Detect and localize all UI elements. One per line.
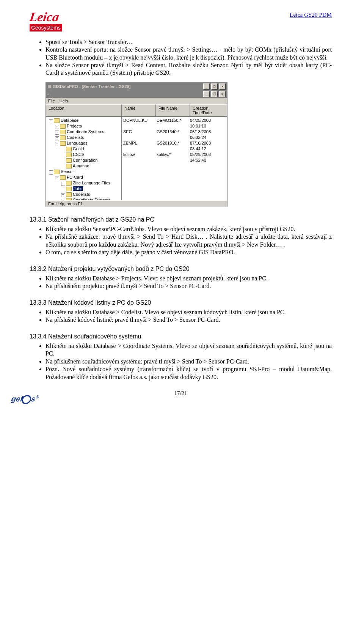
- file-row[interactable]: kulibwkulibw.*05/29/2003 14:52:40: [123, 152, 226, 163]
- leica-logo: Leica Geosystems: [30, 11, 75, 31]
- mdi-minimize-button[interactable]: _: [203, 91, 210, 97]
- window-title: GISDataPRO - [Sensor Transfer - GS20]: [53, 84, 202, 89]
- list-item: Klikněte na složku Database > Codelist. …: [46, 308, 332, 316]
- window-body: -Database+Projects+Coordinate Systems+Co…: [46, 117, 227, 200]
- tree-node[interactable]: -PC-Card: [47, 175, 120, 180]
- tree-node[interactable]: +Coordinate Systems: [47, 197, 120, 200]
- tree-node[interactable]: +Codelists: [47, 135, 120, 140]
- mdi-restore-button[interactable]: ❐: [211, 91, 218, 97]
- close-button[interactable]: ×: [219, 83, 226, 90]
- doc-icon: ▫: [47, 92, 49, 96]
- list-item: Spustí se Tools > Sensor Transfer…: [46, 38, 332, 46]
- ring-icon: [21, 395, 32, 404]
- maximize-button[interactable]: □: [211, 83, 218, 90]
- list-item: Klikněte na složku Sensor\PC-Card\Jobs. …: [46, 225, 332, 233]
- tree-node[interactable]: -Database: [47, 118, 120, 123]
- list-item: Pozn. Nové souřadnicové systémy (transfo…: [46, 365, 332, 381]
- section-bullets: Klikněte na složku Sensor\PC-Card\Jobs. …: [30, 225, 332, 256]
- section-bullets: Klikněte na složku Database > Codelist. …: [30, 308, 332, 324]
- location-tree[interactable]: -Database+Projects+Coordinate Systems+Co…: [46, 117, 122, 200]
- section-heading: 13.3.4 Natažení souřadnicového systému: [30, 333, 332, 340]
- tree-node[interactable]: +Zinc Language Files: [47, 180, 120, 186]
- tree-node[interactable]: +Projects: [47, 123, 120, 129]
- section-bullets: Klikněte na složku Database > Coordinate…: [30, 342, 332, 381]
- brand-main: Leica: [29, 11, 76, 23]
- page-header: Leica Geosystems Leica GS20 PDM: [30, 11, 332, 31]
- menu-help[interactable]: Help: [60, 99, 68, 103]
- list-item: Kontrola nastavení portu: na složce Sens…: [46, 46, 332, 61]
- list-item: O tom, co se s těmito daty děje dále, je…: [46, 249, 332, 256]
- app-icon: ▦: [47, 84, 51, 89]
- minimize-button[interactable]: _: [203, 83, 210, 90]
- file-row[interactable]: DOPNUL.KUDEMO1150.*04/25/2003 10:01:10: [123, 118, 226, 129]
- tree-node[interactable]: Geoid: [47, 146, 120, 152]
- page-number: 17/21: [30, 390, 332, 397]
- column-headers: Location Name File Name Creation Time/Da…: [46, 104, 227, 117]
- intro-bullets: Spustí se Tools > Sensor Transfer… Kontr…: [30, 38, 332, 77]
- window-titlebar: ▦ GISDataPRO - [Sensor Transfer - GS20] …: [46, 83, 227, 90]
- section-heading: 13.3.3 Natažení kódové listiny z PC do G…: [30, 299, 332, 306]
- section-bullets: Klikněte na složku Database > Projects. …: [30, 275, 332, 290]
- tree-node[interactable]: Almanac: [47, 163, 120, 169]
- col-location[interactable]: Location: [46, 104, 122, 116]
- footer-brand-logo: gefs®: [10, 395, 39, 404]
- doc-ref-link[interactable]: Leica GS20 PDM: [290, 11, 332, 18]
- brand-sub: Geosystems: [30, 24, 62, 31]
- list-item: Na příslušném souřadnicovém systému: pra…: [46, 358, 332, 365]
- tree-node[interactable]: +Codelists: [47, 192, 120, 197]
- list-item: Na složce Sensor pravé tl.myši > Read Co…: [46, 61, 332, 77]
- list-item: Na příslušné zakázce: pravé tl.myši > Se…: [46, 233, 332, 249]
- tree-node[interactable]: Jobs: [47, 186, 120, 192]
- list-item: Na příslušné kódové listině: pravé tl.my…: [46, 316, 332, 324]
- list-item: Klikněte na složku Database > Projects. …: [46, 275, 332, 282]
- list-item: Klikněte na složku Database > Coordinate…: [46, 342, 332, 358]
- menu-bar: File Help: [46, 98, 227, 104]
- file-list[interactable]: DOPNUL.KUDEMO1150.*04/25/2003 10:01:10SE…: [122, 117, 227, 200]
- screenshot-window: ▦ GISDataPRO - [Sensor Transfer - GS20] …: [46, 82, 228, 207]
- menu-file[interactable]: File: [48, 99, 55, 103]
- status-bar: For Help, press F1: [46, 200, 227, 207]
- tree-node[interactable]: CSCS: [47, 152, 120, 157]
- tree-node[interactable]: +Coordinate Systems: [47, 129, 120, 135]
- tree-node[interactable]: +Languages: [47, 140, 120, 146]
- col-name[interactable]: Name: [122, 104, 156, 116]
- mdi-close-button[interactable]: ×: [219, 91, 226, 97]
- section-heading: 13.3.1 Stažení naměřených dat z GS20 na …: [30, 216, 332, 223]
- tree-node[interactable]: -Sensor: [47, 169, 120, 175]
- col-date[interactable]: Creation Time/Date: [190, 104, 227, 116]
- mdi-titlebar: ▫ _ ❐ ×: [46, 90, 227, 98]
- file-row[interactable]: SECGS201640.*06/13/2003 06:32:24: [123, 129, 226, 140]
- list-item: Na příslušném projektu: pravé tl.myši > …: [46, 282, 332, 290]
- section-heading: 13.3.2 Natažení projektu vytyčovaných bo…: [30, 266, 332, 272]
- col-filename[interactable]: File Name: [156, 104, 190, 116]
- file-row[interactable]: ZEMPLGS201910.*07/10/2003 08:44:12: [123, 140, 226, 152]
- tree-node[interactable]: Configuration: [47, 157, 120, 163]
